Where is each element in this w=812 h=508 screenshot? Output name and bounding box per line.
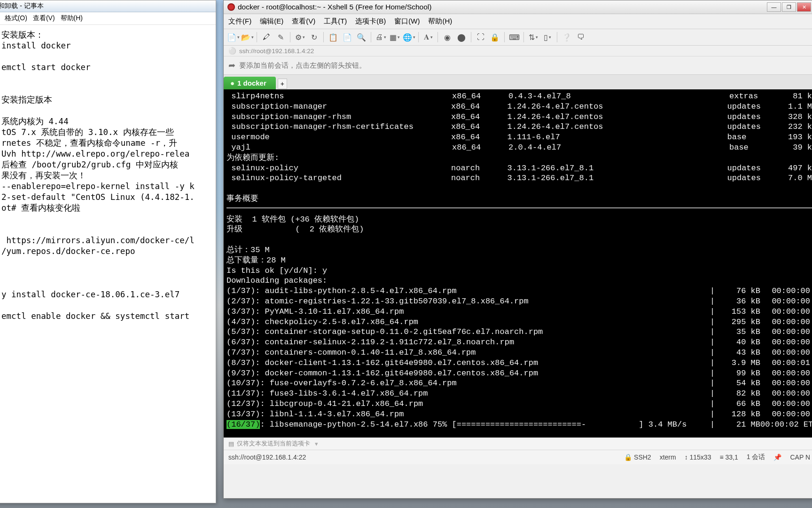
menu-tabs[interactable]: 选项卡(B)	[355, 17, 386, 26]
font-icon[interactable]: 𝐀	[422, 32, 434, 42]
menu-help[interactable]: 帮助(H)	[428, 17, 452, 26]
status-connection: ssh://root@192.168.1.4:22	[228, 453, 616, 461]
session-hint: ➦ 要添加当前会话，点击左侧的箭头按钮。	[224, 56, 812, 75]
notepad-menubar[interactable]: 编辑(E) 格式(O) 查看(V) 帮助(H)	[0, 12, 216, 25]
properties-icon[interactable]: ⚙	[294, 32, 305, 42]
status-pos: ≡ 33,1	[719, 453, 738, 461]
tab-docker[interactable]: ● 1 docker	[224, 77, 276, 89]
address-bar[interactable]: ⚪ ssh://root@192.168.1.4:22	[224, 46, 812, 56]
xshell-window: docker - root@localhost:~ - Xshell 5 (Fr…	[223, 0, 812, 499]
xshell-app-icon	[227, 3, 235, 11]
send-text-hint[interactable]: ▤ 仅将文本发送到当前选项卡 ▾	[224, 438, 812, 450]
status-dim: ↕ 115x33	[685, 453, 711, 461]
window-minimize[interactable]: —	[767, 2, 781, 12]
send-icon: ▤	[228, 440, 234, 447]
send-text-label: 仅将文本发送到当前选项卡	[237, 440, 310, 448]
status-cap: CAP N	[790, 453, 810, 461]
window-maximize[interactable]: ❐	[782, 2, 796, 12]
notepad-title: ker安装和卸载 - 记事本	[0, 0, 216, 12]
status-pin[interactable]: 📌	[773, 453, 781, 461]
open-icon[interactable]: 📂	[242, 32, 253, 42]
window-close[interactable]: ✕	[797, 2, 811, 12]
hint-text: 要添加当前会话，点击左侧的箭头按钮。	[239, 61, 366, 70]
address-icon: ⚪	[228, 47, 236, 55]
menu-edit[interactable]: 编辑(E)	[260, 17, 283, 26]
menu-help[interactable]: 帮助(H)	[58, 13, 86, 24]
address-text: ssh://root@192.168.1.4:22	[239, 48, 314, 55]
tab-strip: ● 1 docker +	[224, 75, 812, 89]
reconnect-icon[interactable]: ↻	[308, 32, 320, 42]
tab-add-button[interactable]: +	[278, 79, 287, 89]
keyboard-icon[interactable]: ⌨	[508, 32, 520, 42]
dark-icon[interactable]: ⬤	[456, 32, 467, 42]
menu-view[interactable]: 查看(V)	[292, 17, 315, 26]
copy-icon[interactable]: 📋	[328, 32, 339, 42]
clear-icon[interactable]: ✎	[275, 32, 286, 42]
compose-icon[interactable]: 🗨	[575, 32, 586, 42]
notepad-textarea[interactable]: 安装版本： install docker emctl start docker …	[0, 25, 216, 324]
xshell-title-text: docker - root@localhost:~ - Xshell 5 (Fr…	[238, 3, 431, 11]
status-ssh: 🔒 SSH2	[624, 453, 651, 461]
scroll-icon[interactable]: ⇅	[528, 32, 539, 42]
status-term: xterm	[660, 453, 676, 461]
menu-view[interactable]: 查看(V)	[30, 13, 58, 24]
xshell-footer: ▤ 仅将文本发送到当前选项卡 ▾ ssh://root@192.168.1.4:…	[224, 437, 812, 464]
arrow-icon[interactable]: ➦	[228, 60, 235, 71]
menu-file[interactable]: 文件(F)	[228, 17, 251, 26]
menu-window[interactable]: 窗口(W)	[394, 17, 420, 26]
menu-format[interactable]: 格式(O)	[2, 13, 30, 24]
xshell-menubar[interactable]: 文件(F) 编辑(E) 查看(V) 工具(T) 选项卡(B) 窗口(W) 帮助(…	[224, 14, 812, 29]
tab-label: 1 docker	[237, 79, 266, 87]
color-icon[interactable]: ◉	[442, 32, 453, 42]
xshell-toolbar: 📄 📂 🖍 ✎ ⚙ ↻ 📋 📄 🔍 🖨 ▦ 🌐 𝐀 ◉ ⬤ ⛶ 🔒 ⌨ ⇅ ▯ …	[224, 29, 812, 46]
fullscreen-icon[interactable]: ⛶	[475, 32, 486, 42]
highlighter-icon[interactable]: 🖍	[261, 32, 272, 42]
print-icon[interactable]: 🖨	[375, 32, 386, 42]
status-bar: ssh://root@192.168.1.4:22 🔒 SSH2 xterm ↕…	[224, 450, 812, 464]
help-icon[interactable]: ❔	[561, 32, 572, 42]
paste-icon[interactable]: 📄	[342, 32, 353, 42]
tab-status-icon: ●	[230, 79, 234, 87]
terminal-pane[interactable]: slirp4netnsx86_640.4.3-4.el7_8extras81 k…	[224, 89, 812, 437]
lock-icon[interactable]: 🔒	[489, 32, 500, 42]
menu-tools[interactable]: 工具(T)	[324, 17, 347, 26]
notepad-window: ker安装和卸载 - 记事本 编辑(E) 格式(O) 查看(V) 帮助(H) 安…	[0, 0, 216, 503]
language-icon[interactable]: 🌐	[403, 32, 414, 42]
tile-icon[interactable]: ▦	[389, 32, 400, 42]
new-session-icon[interactable]: 📄	[227, 32, 239, 42]
search-icon[interactable]: 🔍	[356, 32, 367, 42]
status-sess: 1 会话	[747, 453, 765, 461]
xshell-titlebar[interactable]: docker - root@localhost:~ - Xshell 5 (Fr…	[224, 0, 812, 14]
layout-icon[interactable]: ▯	[542, 32, 553, 42]
